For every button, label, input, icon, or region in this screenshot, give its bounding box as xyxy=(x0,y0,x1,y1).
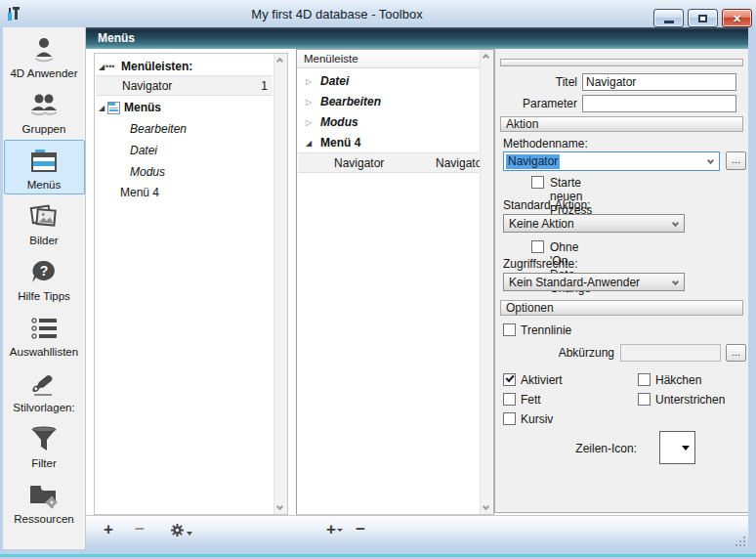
window-title: My first 4D database - Toolbox xyxy=(166,7,508,22)
ohne-on-data-change-checkbox[interactable] xyxy=(531,240,544,253)
maximize-button[interactable] xyxy=(688,9,718,27)
tree-row-menu4[interactable]: Menü 4 xyxy=(96,183,273,203)
haekchen-checkbox[interactable] xyxy=(638,373,651,386)
methodenname-combobox[interactable]: Navigator xyxy=(503,151,720,171)
unterstrichen-checkbox[interactable] xyxy=(638,393,651,406)
expander-collapsed-icon[interactable]: ▷ xyxy=(306,71,312,92)
haekchen-label: Häkchen xyxy=(655,373,701,387)
sidebar-item-gruppen[interactable]: Gruppen xyxy=(4,84,85,139)
window-bottom-border xyxy=(0,549,756,559)
sidebar-item-hilfe-tipps[interactable]: ? Hilfe Tipps xyxy=(4,251,85,306)
tree-row-label: Menü 4 xyxy=(120,183,159,203)
expander-expanded-icon[interactable]: ◢ xyxy=(99,98,105,118)
chevron-down-icon[interactable] xyxy=(707,157,714,164)
group-divider xyxy=(500,59,743,66)
gear-menu-button[interactable] xyxy=(170,523,192,542)
tree-row-datei[interactable]: Datei xyxy=(96,141,273,161)
sidebar-item-bilder[interactable]: Bilder xyxy=(4,195,85,250)
tree-row-label: Datei xyxy=(130,141,157,161)
user-icon xyxy=(29,34,59,65)
pictures-icon xyxy=(28,201,60,233)
sidebar-item-stilvorlagen[interactable]: Stilvorlagen: xyxy=(4,363,85,417)
add-menu-item-button[interactable]: + xyxy=(326,520,343,539)
scroll-down-icon[interactable] xyxy=(276,503,283,510)
svg-text:?: ? xyxy=(40,263,49,279)
sidebar-item-auswahllisten[interactable]: Auswahllisten xyxy=(4,307,85,362)
add-menubar-button[interactable]: + xyxy=(104,520,113,539)
choice-list-icon xyxy=(28,313,60,344)
tree-row-bearbeiten[interactable]: ▷ Bearbeiten xyxy=(298,92,479,112)
sidebar-item-4d-anwender[interactable]: 4D Anwender xyxy=(4,28,85,83)
tree-row-modus[interactable]: Modus xyxy=(96,162,273,183)
title-bar[interactable]: My first 4D database - Toolbox × xyxy=(0,0,756,27)
scroll-up-icon[interactable] xyxy=(276,58,283,64)
tree-row-datei[interactable]: ▷ Datei xyxy=(298,71,479,92)
main-area: Menüs ◢ ••• Menüleisten: Navigator 1 ◢ M… xyxy=(86,27,748,549)
scroll-up-icon[interactable] xyxy=(483,54,489,61)
menubar-detail-panel: Menüleiste ▷ Datei ▷ Bearbeiten ▷ Modus … xyxy=(296,49,494,515)
tree-row-menuleisten[interactable]: ◢ ••• Menüleisten: xyxy=(96,57,273,77)
kursiv-label: Kursiv xyxy=(521,412,553,426)
standard-aktion-dropdown[interactable]: Keine Aktion xyxy=(503,214,685,233)
toolbox-window: My first 4D database - Toolbox × 4D Anwe… xyxy=(0,0,756,559)
menubars-tree-panel: ◢ ••• Menüleisten: Navigator 1 ◢ Menüs B… xyxy=(94,53,288,515)
zeilen-icon-label: Zeilen-Icon: xyxy=(534,441,637,457)
tree-row-label: Navigator xyxy=(334,153,384,174)
sidebar-item-menus[interactable]: Menüs xyxy=(4,140,85,194)
tree-row-modus[interactable]: ▷ Modus xyxy=(298,112,479,133)
style-pen-icon xyxy=(28,368,60,400)
unterstrichen-label: Unterstrichen xyxy=(655,393,725,407)
resources-folder-icon xyxy=(27,480,61,511)
remove-menu-item-button[interactable]: − xyxy=(356,520,365,539)
kursiv-checkbox[interactable] xyxy=(503,412,516,425)
expander-collapsed-icon[interactable]: ▷ xyxy=(306,92,312,112)
chevron-down-icon xyxy=(672,220,679,227)
fett-label: Fett xyxy=(521,393,541,407)
remove-menubar-button[interactable]: − xyxy=(135,520,145,539)
funnel-icon xyxy=(28,424,60,455)
tree-row-navigator[interactable]: Navigator 1 xyxy=(96,75,273,96)
fett-checkbox[interactable] xyxy=(503,393,516,406)
sidebar-item-filter[interactable]: Filter xyxy=(4,418,85,473)
close-icon: × xyxy=(733,12,740,25)
abkuerzung-label: Abkürzung xyxy=(525,345,614,362)
tree-row-navigator[interactable]: Navigator Navigator xyxy=(298,152,479,173)
section-header: Menüs xyxy=(86,27,748,49)
tree-row-bearbeiten[interactable]: Bearbeiten xyxy=(96,119,273,140)
expander-collapsed-icon[interactable]: ▷ xyxy=(306,112,312,133)
accent-line xyxy=(0,554,756,557)
abkuerzung-browse-button[interactable]: ... xyxy=(726,344,746,362)
tree-row-menu4[interactable]: ◢ Menü 4 xyxy=(298,133,479,153)
caret-down-icon xyxy=(187,532,192,536)
resize-grip[interactable] xyxy=(734,535,745,546)
sidebar-item-label: Stilvorlagen: xyxy=(13,402,74,413)
left-tree-scrollbar[interactable] xyxy=(273,54,287,514)
zugriffsrechte-dropdown[interactable]: Kein Standard-Anwender xyxy=(503,273,685,291)
group-icon xyxy=(27,90,61,121)
tree-row-menus[interactable]: ◢ Menüs xyxy=(96,98,273,118)
caret-down-icon xyxy=(337,529,343,532)
chevron-down-icon xyxy=(672,279,679,285)
expander-expanded-icon[interactable]: ◢ xyxy=(99,57,105,77)
tree-row-value: 1 xyxy=(261,76,268,97)
expander-expanded-icon[interactable]: ◢ xyxy=(306,133,312,153)
close-button[interactable]: × xyxy=(722,9,752,27)
menu-doc-icon xyxy=(107,102,120,114)
titel-label: Titel xyxy=(501,74,577,91)
abkuerzung-input[interactable] xyxy=(620,344,721,362)
trennlinie-checkbox[interactable] xyxy=(503,323,516,336)
titel-input[interactable] xyxy=(582,73,736,91)
minimize-button[interactable] xyxy=(653,9,684,27)
scroll-down-icon[interactable] xyxy=(483,503,489,510)
tree-row-label: Menü 4 xyxy=(320,133,360,153)
aktiviert-checkbox[interactable] xyxy=(503,373,516,386)
zeilen-icon-dropdown[interactable] xyxy=(659,431,695,464)
parameter-input[interactable] xyxy=(582,95,736,112)
tree-row-label: Datei xyxy=(320,71,349,92)
sidebar-item-ressourcen[interactable]: Ressourcen xyxy=(4,474,85,529)
methodenname-browse-button[interactable]: ... xyxy=(726,151,746,170)
menu-tree-scrollbar[interactable] xyxy=(480,50,493,514)
starte-neuen-prozess-checkbox[interactable] xyxy=(531,176,544,189)
tree-row-label: Modus xyxy=(130,162,165,183)
standard-aktion-label: Standard-Aktion: xyxy=(503,197,590,214)
